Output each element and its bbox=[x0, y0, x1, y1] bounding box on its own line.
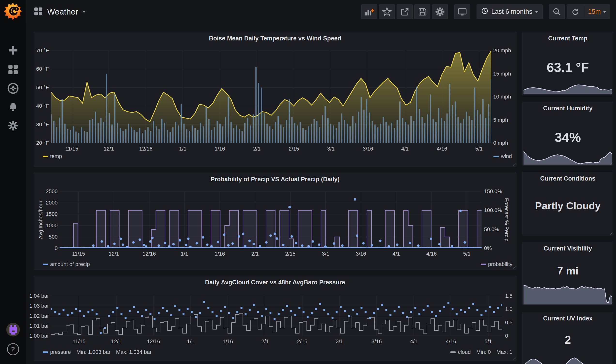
refresh-interval-label: 15m bbox=[588, 8, 601, 15]
help-button[interactable]: ? bbox=[7, 343, 19, 355]
axis-tick-label: 3/1 bbox=[322, 251, 329, 257]
navbar: Weather bbox=[26, 0, 616, 24]
dashboard-title[interactable]: Weather bbox=[47, 7, 78, 16]
y-axis-left: 1.04 bar1.03 bar1.02 bar1.01 bar1.00 bar bbox=[34, 296, 49, 336]
stat-value: 63.1 °F bbox=[523, 60, 613, 75]
refresh-picker: 15m bbox=[567, 4, 610, 19]
legend-swatch bbox=[43, 351, 48, 353]
refresh-button[interactable] bbox=[567, 5, 584, 19]
axis-tick-label: 11/15 bbox=[72, 251, 85, 257]
axis-tick-label: 1/16 bbox=[223, 338, 233, 345]
axis-tick-label: 1/1 bbox=[179, 146, 187, 152]
cycle-view-button[interactable] bbox=[454, 4, 470, 19]
dashboards-grid-icon[interactable] bbox=[8, 64, 19, 76]
axis-tick-label: 500 bbox=[49, 234, 58, 240]
configuration-gear-icon[interactable] bbox=[8, 120, 18, 132]
panel-cloud-pressure: Daily AvgCloud Cover vs 48hr AvgBaro Pre… bbox=[34, 276, 516, 361]
axis-tick-label: 4/16 bbox=[437, 146, 447, 152]
axis-tick-label: 5 mph bbox=[493, 117, 508, 123]
legend-item-probability[interactable]: probability bbox=[481, 261, 512, 267]
axis-tick-label: 1.02 bar bbox=[29, 313, 49, 319]
legend-item-amount-of-precip[interactable]: amount of precip bbox=[43, 261, 90, 267]
axis-tick-label: 3/1 bbox=[327, 146, 335, 152]
zoom-out-button[interactable] bbox=[549, 4, 565, 19]
panel-title[interactable]: Current UV Index bbox=[523, 315, 613, 322]
sparkline bbox=[524, 354, 612, 364]
time-range-picker[interactable]: Last 6 months bbox=[476, 4, 543, 19]
axis-tick-label: 1.5 bbox=[505, 293, 513, 299]
axis-tick-label: 12/16 bbox=[139, 146, 153, 152]
panel-current-conditions: Current Conditions Partly Cloudy bbox=[522, 172, 613, 235]
axis-tick-label: 30 °F bbox=[36, 121, 49, 128]
y-axis-left: 25002000150010005000 bbox=[44, 191, 58, 248]
axis-tick-label: 4/1 bbox=[393, 251, 400, 257]
axis-tick-label: 12/16 bbox=[142, 251, 156, 257]
axis-tick-label: 1.03 bar bbox=[29, 303, 49, 309]
axis-tick-label: 5/1 bbox=[463, 251, 471, 257]
axis-tick-label: 12/16 bbox=[147, 338, 160, 345]
axis-tick-label: 0 mph bbox=[493, 140, 508, 146]
y-axis-label-left: Avg Inches/hour bbox=[38, 201, 44, 239]
legend-label: wind bbox=[501, 153, 512, 159]
panel-title[interactable]: Probability of Precip VS Actual Precip (… bbox=[34, 176, 516, 183]
x-axis: 11/1512/112/161/11/162/12/153/13/164/14/… bbox=[51, 338, 502, 345]
clock-icon bbox=[481, 7, 488, 16]
panel-current-uv-index: Current UV Index 2 bbox=[522, 312, 613, 364]
legend-max: Max: 1 bbox=[496, 349, 512, 355]
precip-plot[interactable] bbox=[60, 191, 482, 248]
add-panel-button[interactable] bbox=[361, 4, 377, 19]
axis-tick-label: 1/16 bbox=[215, 251, 225, 257]
dashboard-picker-icon[interactable] bbox=[34, 7, 43, 17]
question-mark-icon: ? bbox=[7, 343, 19, 355]
legend-item-temp[interactable]: temp bbox=[43, 153, 62, 159]
axis-tick-label: 2000 bbox=[46, 200, 58, 206]
panel-title[interactable]: Daily AvgCloud Cover vs 48hr AvgBaro Pre… bbox=[34, 279, 516, 286]
axis-tick-label: 1000 bbox=[46, 222, 58, 229]
alerting-bell-icon[interactable] bbox=[8, 102, 18, 113]
axis-tick-label: 5/1 bbox=[485, 338, 492, 345]
legend-min: Min: 0 bbox=[476, 349, 491, 355]
axis-tick-label: 1/1 bbox=[187, 338, 195, 345]
axis-tick-label: 10 mph bbox=[493, 94, 511, 100]
axis-tick-label: 0.5 bbox=[505, 319, 513, 326]
axis-tick-label: 3/1 bbox=[336, 338, 343, 345]
axis-tick-label: 60 °F bbox=[36, 66, 49, 72]
y-axis-label-right: Forecast % Percip bbox=[503, 198, 510, 242]
star-button[interactable] bbox=[379, 4, 395, 19]
share-button[interactable] bbox=[397, 4, 413, 19]
panel-title[interactable]: Current Temp bbox=[523, 35, 613, 42]
create-plus-icon[interactable] bbox=[8, 45, 18, 57]
legend-item-wind[interactable]: wind bbox=[494, 153, 512, 159]
panel-title[interactable]: Current Visibility bbox=[523, 245, 613, 252]
axis-tick-label: 100.0% bbox=[484, 207, 502, 213]
panel-title[interactable]: Current Conditions bbox=[523, 175, 613, 182]
axis-tick-label: 0 bbox=[505, 333, 508, 339]
panel-current-visibility: Current Visibility 7 mi bbox=[522, 242, 613, 305]
legend-min: Min: 1.003 bar bbox=[77, 349, 111, 355]
chevron-down-icon bbox=[603, 11, 606, 14]
legend: pressure Min: 1.003 bar Max: 1.034 bar c… bbox=[43, 348, 512, 356]
axis-tick-label: 15 mph bbox=[493, 71, 511, 77]
user-avatar[interactable] bbox=[6, 322, 20, 338]
legend-item-cloud[interactable]: cloud Min: 0 Max: 1 bbox=[450, 349, 512, 355]
legend-label: amount of precip bbox=[50, 261, 90, 267]
sparkline bbox=[524, 150, 612, 165]
grafana-logo-icon[interactable] bbox=[3, 2, 22, 21]
temp-wind-plot[interactable] bbox=[51, 51, 491, 143]
stat-value: 2 bbox=[523, 333, 613, 346]
legend-label: cloud bbox=[458, 349, 471, 355]
legend-swatch bbox=[43, 156, 48, 157]
legend-swatch bbox=[450, 351, 456, 353]
save-button[interactable] bbox=[414, 4, 430, 19]
panel-title[interactable]: Boise Mean Daily Temperature vs Wind Spe… bbox=[34, 35, 516, 42]
refresh-interval-dropdown[interactable]: 15m bbox=[584, 5, 610, 19]
axis-tick-label: 2/1 bbox=[253, 146, 261, 152]
explore-compass-icon[interactable] bbox=[7, 82, 19, 95]
axis-tick-label: 3/16 bbox=[363, 146, 373, 152]
cloud-pressure-plot[interactable] bbox=[51, 296, 502, 336]
legend-item-pressure[interactable]: pressure Min: 1.003 bar Max: 1.034 bar bbox=[43, 349, 152, 355]
axis-tick-label: 4/16 bbox=[446, 338, 456, 345]
y-axis-left: 70 °F60 °F50 °F40 °F30 °F20 °F bbox=[34, 51, 49, 143]
panel-title[interactable]: Current Humidity bbox=[523, 105, 613, 112]
settings-button[interactable] bbox=[432, 4, 448, 19]
